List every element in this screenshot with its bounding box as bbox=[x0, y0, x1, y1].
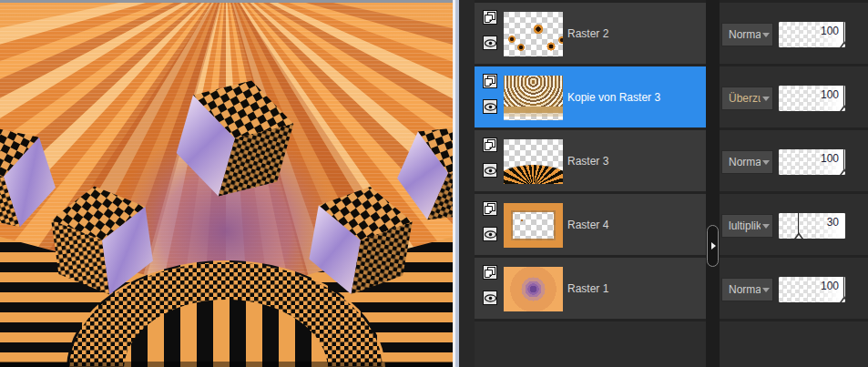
chevron-down-icon bbox=[762, 160, 770, 165]
raster-layer-icon[interactable] bbox=[483, 74, 497, 88]
layer-name: Kopie von Raster 3 bbox=[567, 66, 660, 127]
opacity-slider[interactable]: 100 bbox=[779, 22, 845, 47]
blend-mode-dropdown[interactable]: Normal bbox=[721, 150, 773, 174]
blend-mode-dropdown[interactable]: Normal bbox=[721, 278, 773, 301]
layer-thumbnail[interactable] bbox=[504, 139, 563, 184]
layer-name: Raster 1 bbox=[567, 258, 608, 319]
opacity-value: 100 bbox=[821, 25, 839, 37]
canvas-image[interactable] bbox=[0, 2, 453, 367]
chevron-down-icon bbox=[762, 97, 770, 101]
layer-name: Raster 3 bbox=[567, 130, 608, 191]
opacity-slider-handle[interactable] bbox=[840, 41, 845, 47]
eye-icon[interactable] bbox=[483, 291, 497, 305]
eye-icon[interactable] bbox=[483, 227, 497, 241]
raster-layer-icon[interactable] bbox=[483, 265, 497, 280]
panel-collapse-handle[interactable] bbox=[707, 225, 719, 267]
layer-controls-row: Überzug 100 bbox=[720, 66, 868, 130]
layer-controls: Normal 100 Überzug 100 bbox=[720, 0, 868, 367]
window-splitter-dark bbox=[459, 0, 475, 367]
paintshop-workspace: Raster 2 Kopie von Raster 3 bbox=[0, 0, 868, 367]
blend-mode-dropdown[interactable]: Überzug bbox=[721, 87, 773, 110]
raster-layer-icon[interactable] bbox=[483, 201, 497, 216]
image-canvas[interactable] bbox=[0, 0, 453, 367]
window-splitter-light bbox=[453, 0, 459, 367]
opacity-slider-handle[interactable] bbox=[794, 232, 803, 239]
layer-row[interactable]: Raster 4 bbox=[475, 194, 706, 258]
blend-mode-label: Normal bbox=[729, 283, 761, 296]
layer-thumbnail[interactable] bbox=[504, 12, 563, 56]
layer-name: Raster 4 bbox=[567, 194, 608, 255]
layer-name: Raster 2 bbox=[567, 3, 608, 64]
blend-mode-label: Normal bbox=[729, 28, 761, 41]
layer-controls-row: Normal 100 bbox=[720, 130, 868, 194]
blend-mode-label: Überzug bbox=[729, 92, 761, 105]
opacity-slider-handle[interactable] bbox=[840, 168, 845, 175]
layer-controls-row: lultiplikatic 30 bbox=[720, 194, 868, 258]
blend-mode-dropdown[interactable]: lultiplikatic bbox=[721, 214, 773, 238]
blend-mode-label: lultiplikatic bbox=[729, 219, 761, 232]
layer-thumbnail[interactable] bbox=[504, 267, 563, 311]
opacity-slider-handle[interactable] bbox=[840, 105, 845, 111]
blend-mode-label: Normal bbox=[729, 156, 761, 168]
chevron-down-icon bbox=[762, 33, 770, 37]
opacity-value: 30 bbox=[827, 216, 839, 229]
opacity-value: 100 bbox=[821, 88, 839, 101]
eye-icon[interactable] bbox=[483, 99, 497, 114]
canvas-top-edge bbox=[0, 0, 453, 3]
layer-row[interactable]: Raster 2 bbox=[475, 3, 706, 66]
opacity-value: 100 bbox=[821, 280, 839, 292]
eye-icon[interactable] bbox=[483, 163, 497, 178]
raster-layer-icon[interactable] bbox=[483, 10, 497, 25]
layer-row[interactable]: Raster 3 bbox=[475, 130, 706, 194]
opacity-slider[interactable]: 30 bbox=[779, 213, 845, 239]
layer-row[interactable]: Raster 1 bbox=[475, 258, 706, 321]
panel-collapse-arrow bbox=[711, 242, 716, 250]
raster-layer-icon[interactable] bbox=[483, 138, 497, 152]
opacity-slider[interactable]: 100 bbox=[779, 86, 845, 111]
opacity-slider-handle[interactable] bbox=[840, 296, 845, 302]
layer-thumbnail[interactable] bbox=[504, 76, 563, 120]
layer-thumbnail[interactable] bbox=[504, 203, 563, 248]
layer-row[interactable]: Kopie von Raster 3 bbox=[475, 66, 706, 130]
layers-list: Raster 2 Kopie von Raster 3 bbox=[475, 0, 706, 367]
chevron-down-icon bbox=[762, 288, 770, 292]
opacity-slider[interactable]: 100 bbox=[779, 277, 845, 302]
chevron-down-icon bbox=[762, 224, 770, 229]
layer-controls-row: Normal 100 bbox=[720, 258, 868, 321]
panel-divider bbox=[706, 0, 720, 367]
layer-controls-row: Normal 100 bbox=[720, 3, 868, 66]
eye-icon[interactable] bbox=[483, 36, 497, 50]
blend-mode-dropdown[interactable]: Normal bbox=[721, 23, 773, 46]
opacity-slider[interactable]: 100 bbox=[779, 149, 845, 175]
opacity-value: 100 bbox=[821, 152, 839, 165]
